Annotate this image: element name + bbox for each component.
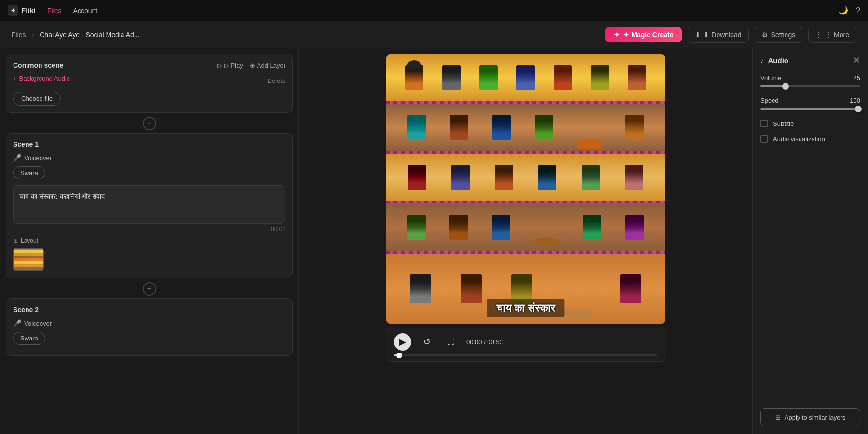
- audio-icon: ♪: [760, 56, 764, 65]
- subtitle-label: Subtitle: [773, 120, 794, 127]
- logo-icon: ✦: [8, 5, 18, 16]
- audio-viz-checkbox[interactable]: [760, 135, 768, 143]
- scene-2-header: Scene 2: [13, 306, 285, 313]
- video-row-3: [386, 154, 665, 201]
- more-button[interactable]: ⋮ ⋮ More: [808, 27, 856, 43]
- main-layout: Common scene ▷ ▷ Play ⊕ Add Layer ♪ Back…: [0, 48, 868, 434]
- progress-section: [394, 354, 657, 356]
- play-icon: ▷: [217, 62, 222, 69]
- scene-1-timestamp: 00:03: [13, 226, 285, 232]
- speed-handle[interactable]: [855, 106, 862, 112]
- scene-1-title: Scene 1: [13, 140, 39, 148]
- pixel-chars-1: [386, 54, 665, 101]
- breadcrumb-current: Chai Aye Aye - Social Media Ad...: [40, 31, 139, 39]
- nav-right-icons: 🌙 ?: [839, 6, 860, 15]
- pixel-chars-2: [386, 104, 665, 150]
- speed-value: 100: [850, 97, 860, 104]
- add-icon-2: +: [143, 282, 156, 296]
- dark-mode-button[interactable]: 🌙: [839, 6, 848, 15]
- center-panel: चाय का संस्कार ▶ ↺ ⛶ 00:00 / 00:53: [299, 48, 752, 434]
- breadcrumb-bar: Files › Chai Aye Aye - Social Media Ad..…: [0, 21, 868, 48]
- video-row-5: चाय का संस्कार: [386, 254, 665, 324]
- subtitle-checkbox-row[interactable]: Subtitle: [760, 120, 860, 127]
- video-row-4: [386, 203, 665, 250]
- speaker-icon: 🎤: [13, 154, 21, 162]
- add-layer-icon: ⊕: [250, 62, 255, 69]
- panel-title: ♪ Audio: [760, 56, 788, 65]
- speed-slider[interactable]: [760, 108, 860, 110]
- progress-handle[interactable]: [396, 353, 402, 358]
- replay-button[interactable]: ↺: [418, 333, 435, 351]
- download-icon: ⬇: [695, 31, 701, 39]
- volume-property: Volume 25: [760, 74, 860, 87]
- breadcrumb-separator: ›: [32, 31, 34, 39]
- speed-property: Speed 100: [760, 97, 860, 110]
- nav-account-link[interactable]: Account: [73, 7, 98, 14]
- scene-1-header: Scene 1: [13, 140, 285, 148]
- add-scene-button-1[interactable]: +: [6, 117, 293, 130]
- scene-1-card: Scene 1 🎤 Voiceover Swara चाय का संस्कार…: [6, 133, 293, 278]
- delete-audio-button[interactable]: Delete: [267, 77, 285, 84]
- video-controls: ▶ ↺ ⛶ 00:00 / 00:53: [386, 328, 665, 362]
- breadcrumb-root[interactable]: Files: [12, 31, 26, 39]
- video-content: चाय का संस्कार: [386, 54, 665, 324]
- video-row-2: [386, 104, 665, 150]
- pixel-chars-4: [386, 203, 665, 250]
- progress-bar[interactable]: [394, 354, 657, 356]
- top-navigation: ✦ Fliki Files Account 🌙 ?: [0, 0, 868, 21]
- nav-files-link[interactable]: Files: [47, 7, 62, 14]
- settings-icon: ⚙: [762, 31, 768, 39]
- grid-icon: ⊞: [13, 237, 18, 244]
- layout-thumbnail[interactable]: [13, 248, 44, 271]
- subtitle-checkbox[interactable]: [760, 120, 768, 127]
- right-panel: ♪ Audio ✕ Volume 25 Speed 100: [752, 48, 868, 434]
- scene-1-text[interactable]: चाय का संस्कार: कहानियां और संवाद: [13, 185, 285, 224]
- play-pause-button[interactable]: ▶: [394, 333, 411, 351]
- speed-label: Speed: [760, 97, 779, 104]
- scene-2-voiceover: 🎤 Voiceover: [13, 319, 285, 327]
- speed-fill: [760, 108, 860, 110]
- layout-section: ⊞ Layout: [13, 237, 285, 271]
- scene-2-title: Scene 2: [13, 306, 39, 313]
- voiceover-section: 🎤 Voiceover: [13, 154, 285, 162]
- settings-button[interactable]: ⚙ Settings: [755, 27, 803, 43]
- common-scene-title: Common scene: [13, 61, 63, 69]
- voice-selector-swara[interactable]: Swara: [13, 166, 45, 179]
- scene-2-card: Scene 2 🎤 Voiceover Swara: [6, 298, 293, 356]
- layout-label: ⊞ Layout: [13, 237, 285, 244]
- speaker-icon-2: 🎤: [13, 319, 21, 327]
- video-preview: चाय का संस्कार: [386, 54, 665, 324]
- left-panel: Common scene ▷ ▷ Play ⊕ Add Layer ♪ Back…: [0, 48, 299, 434]
- voice-selector-swara-2[interactable]: Swara: [13, 332, 45, 345]
- panel-header: ♪ Audio ✕: [760, 56, 860, 65]
- subtitle-overlay: चाय का संस्कार: [487, 299, 564, 317]
- add-layer-button[interactable]: ⊕ Add Layer: [250, 62, 285, 69]
- common-scene-header: Common scene ▷ ▷ Play ⊕ Add Layer: [13, 61, 285, 69]
- fullscreen-button[interactable]: ⛶: [442, 333, 460, 351]
- volume-label: Volume: [760, 74, 781, 81]
- close-panel-button[interactable]: ✕: [853, 56, 860, 65]
- add-icon: +: [143, 117, 156, 130]
- audio-viz-label: Audio visualization: [773, 136, 825, 143]
- copy-icon: ⊞: [775, 414, 781, 421]
- more-icon: ⋮: [815, 31, 822, 39]
- choose-file-button[interactable]: Choose file: [13, 92, 61, 106]
- apply-similar-layers-button[interactable]: ⊞ Apply to similar layers: [760, 408, 860, 426]
- controls-row: ▶ ↺ ⛶ 00:00 / 00:53: [394, 333, 657, 351]
- magic-create-button[interactable]: ✦ ✦ Magic Create: [605, 27, 682, 42]
- volume-label-row: Volume 25: [760, 74, 860, 81]
- download-button[interactable]: ⬇ ⬇ Download: [688, 27, 748, 43]
- add-scene-button-2[interactable]: +: [6, 282, 293, 296]
- music-icon: ♪: [13, 75, 16, 82]
- volume-slider[interactable]: [760, 85, 860, 87]
- common-scene-card: Common scene ▷ ▷ Play ⊕ Add Layer ♪ Back…: [6, 54, 293, 113]
- help-button[interactable]: ?: [856, 6, 860, 15]
- volume-handle[interactable]: [782, 83, 789, 90]
- pixel-chars-3: [386, 154, 665, 201]
- audio-viz-checkbox-row[interactable]: Audio visualization: [760, 135, 860, 143]
- volume-value: 25: [854, 74, 860, 81]
- bg-audio-label: ♪ Background Audio: [13, 75, 70, 82]
- play-button[interactable]: ▷ ▷ Play: [217, 62, 243, 69]
- time-display: 00:00 / 00:53: [466, 339, 503, 346]
- video-row-1: [386, 54, 665, 101]
